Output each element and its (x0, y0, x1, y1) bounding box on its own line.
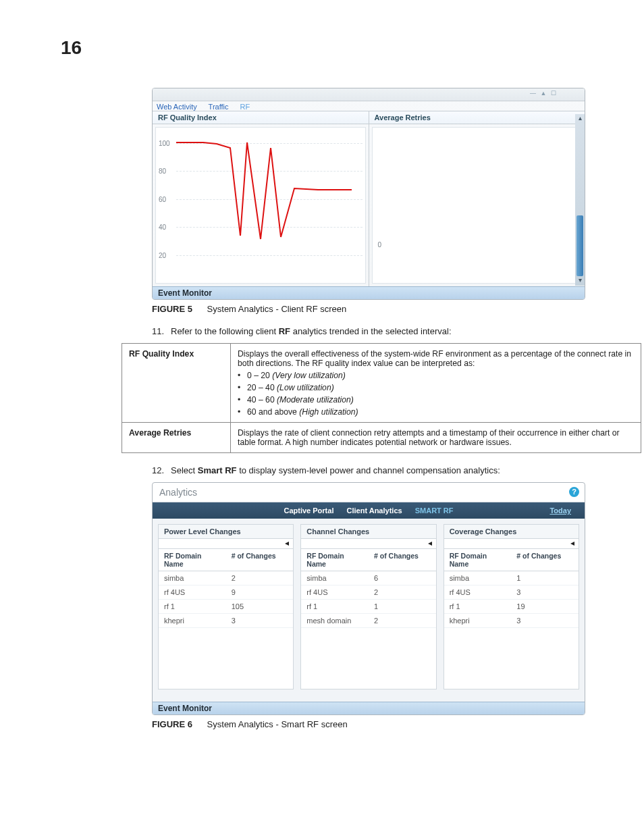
col-header: RF Domain Name# of Changes (159, 549, 293, 571)
table-row: simba6 (301, 571, 435, 585)
col-power-level: Power Level Changes RF Domain Name# of C… (158, 524, 294, 689)
col-title-coverage: Coverage Changes (444, 525, 579, 539)
figure-5-wrap: — ▲ ☐ Web Activity Traffic RF RF Quality… (152, 88, 610, 314)
scroll-up-icon[interactable]: ▴ (575, 114, 585, 124)
tab-smart-rf[interactable]: SMART RF (415, 506, 454, 515)
table-row: simba1 (444, 571, 579, 585)
step-11-num: 11. (152, 326, 171, 336)
chart-title-rf-quality: RF Quality Index (153, 111, 369, 124)
step-11: 11. Refer to the following client RF ana… (152, 326, 610, 336)
chart-avg-retries: Average Retries ◂ 0 (369, 111, 585, 286)
chart-body-avg-retries: 0 (372, 127, 583, 284)
scroll-down-icon[interactable]: ▾ (575, 276, 585, 286)
panel-scrollbar[interactable]: ▴ ▾ (575, 114, 585, 286)
step-12-num: 12. (152, 465, 171, 475)
figure-6-wrap: Analytics ? Captive Portal Client Analyt… (152, 482, 610, 729)
tab-captive-portal[interactable]: Captive Portal (284, 506, 333, 515)
table-row: RF Quality Index Displays the overall ef… (122, 344, 641, 423)
tab-traffic[interactable]: Traffic (209, 103, 229, 111)
col-toggle-icon[interactable] (444, 539, 579, 549)
page-number: 16 (61, 37, 82, 59)
table-row: khepri3 (444, 614, 579, 628)
col-header: RF Domain Name# of Changes (301, 549, 435, 571)
col-toggle-icon[interactable] (159, 539, 293, 549)
figure6-caption: FIGURE 6 System Analytics - Smart RF scr… (152, 719, 610, 729)
ytick: 40 (159, 224, 166, 231)
figure5-panel: — ▲ ☐ Web Activity Traffic RF RF Quality… (152, 88, 585, 300)
chart-body-rf-quality: 100 80 60 40 20 (155, 127, 366, 284)
desc-avg-retries: Displays the rate of client connection r… (231, 423, 641, 453)
tab-client-analytics[interactable]: Client Analytics (347, 506, 402, 515)
col-header: RF Domain Name# of Changes (444, 549, 579, 571)
table-row: simba2 (159, 571, 293, 585)
col-title-channel: Channel Changes (301, 525, 435, 539)
event-monitor-bar[interactable]: Event Monitor (153, 702, 585, 714)
chart-rf-quality: RF Quality Index ◂ 100 80 60 40 20 (153, 111, 369, 286)
table-row: rf 1105 (159, 600, 293, 614)
scroll-thumb[interactable] (576, 215, 583, 276)
panel-titlebar: — ▲ ☐ (153, 88, 585, 101)
window-controls-icon: — ▲ ☐ (530, 90, 558, 97)
rf-quality-line-icon (176, 134, 352, 273)
ytick: 100 (159, 140, 170, 147)
tab-rf[interactable]: RF (240, 103, 250, 111)
event-monitor-bar[interactable]: Event Monitor (153, 286, 585, 299)
table-row: rf 4US9 (159, 585, 293, 600)
ytick: 80 (159, 167, 166, 175)
table-row: rf 4US3 (444, 585, 579, 600)
figure5-caption: FIGURE 5 System Analytics - Client RF sc… (152, 304, 610, 314)
figure6-label: FIGURE 6 (152, 719, 192, 729)
ytick-zero: 0 (378, 240, 382, 248)
chart-title-avg-retries: Average Retries (369, 111, 585, 124)
figure6-panel: Analytics ? Captive Portal Client Analyt… (152, 482, 585, 715)
tab-web-activity[interactable]: Web Activity (157, 103, 197, 111)
figure5-caption-text: System Analytics - Client RF screen (207, 304, 347, 314)
figure5-label: FIGURE 5 (152, 304, 192, 314)
analytics-title: Analytics ? (153, 483, 585, 502)
smart-rf-body: Power Level Changes RF Domain Name# of C… (153, 519, 585, 702)
table-row: khepri3 (159, 614, 293, 628)
col-title-power: Power Level Changes (159, 525, 293, 539)
term-rf-quality: RF Quality Index (122, 344, 231, 423)
help-icon[interactable]: ? (569, 487, 579, 497)
col-toggle-icon[interactable] (301, 539, 435, 549)
col-channel-changes: Channel Changes RF Domain Name# of Chang… (300, 524, 436, 689)
today-link[interactable]: Today (549, 506, 571, 515)
definition-table: RF Quality Index Displays the overall ef… (122, 343, 641, 453)
ytick: 60 (159, 195, 166, 203)
analytics-tabbar: Captive Portal Client Analytics SMART RF… (153, 502, 585, 519)
step-12-text: Select Smart RF to display system-level … (171, 465, 500, 475)
table-row: rf 11 (301, 600, 435, 614)
table-row: rf 119 (444, 600, 579, 614)
rf-tabbar: Web Activity Traffic RF (153, 101, 585, 111)
desc-rf-quality: Displays the overall effectiveness of th… (231, 344, 641, 423)
step-11-text: Refer to the following client RF analyti… (171, 326, 452, 336)
col-coverage-changes: Coverage Changes RF Domain Name# of Chan… (444, 524, 579, 689)
figure6-caption-text: System Analytics - Smart RF screen (207, 719, 348, 729)
term-avg-retries: Average Retries (122, 423, 231, 453)
table-row: Average Retries Displays the rate of cli… (122, 423, 641, 453)
step-12: 12. Select Smart RF to display system-le… (152, 465, 610, 475)
table-row: mesh domain2 (301, 614, 435, 628)
table-row: rf 4US2 (301, 585, 435, 600)
charts-row: RF Quality Index ◂ 100 80 60 40 20 (153, 111, 585, 286)
ytick: 20 (159, 251, 166, 259)
